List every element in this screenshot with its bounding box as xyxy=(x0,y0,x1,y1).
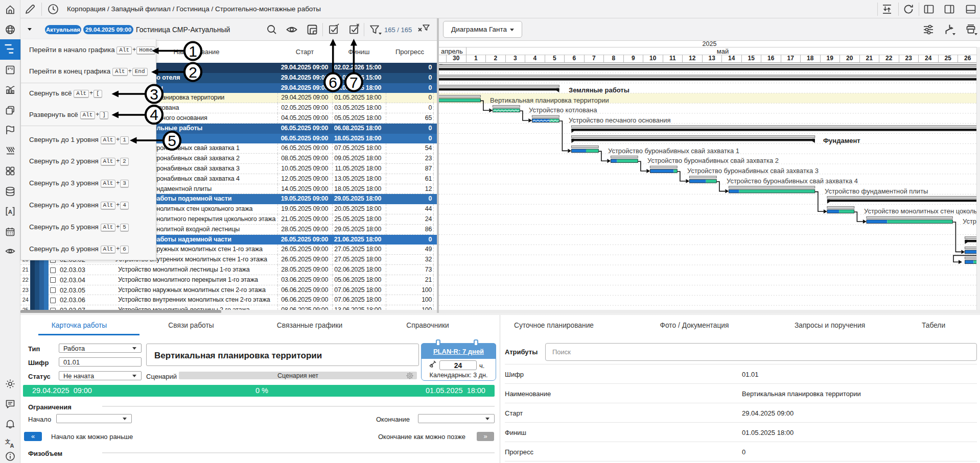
svg-text:Устройство фундаментной плиты: Устройство фундаментной плиты xyxy=(825,187,928,195)
svg-text:Фундамент: Фундамент xyxy=(823,137,860,144)
svg-text:Устройство монолитных стен цок: Устройство монолитных стен цокольного эт… xyxy=(864,207,980,215)
svg-text:Устройство буронабивных свай з: Устройство буронабивных свай захватка 3 xyxy=(687,167,819,175)
svg-text:Устройство песчаного основания: Устройство песчаного основания xyxy=(569,116,671,124)
svg-text:A: A xyxy=(10,443,14,449)
svg-text:Устройство буронабивных свай з: Устройство буронабивных свай захватка 1 xyxy=(608,147,739,155)
svg-text:Вертикальная планировка террит: Вертикальная планировка территории xyxy=(490,96,609,104)
svg-text:Устройство буронабивных свай з: Устройство буронабивных свай захватка 2 xyxy=(647,157,779,164)
svg-text:Устройство котлована: Устройство котлована xyxy=(529,106,597,114)
svg-text:Устройство буронабивных свай з: Устройство буронабивных свай захватка 4 xyxy=(727,177,858,185)
svg-text:A: A xyxy=(8,209,12,215)
svg-text:Земляные работы: Земляные работы xyxy=(569,86,629,94)
